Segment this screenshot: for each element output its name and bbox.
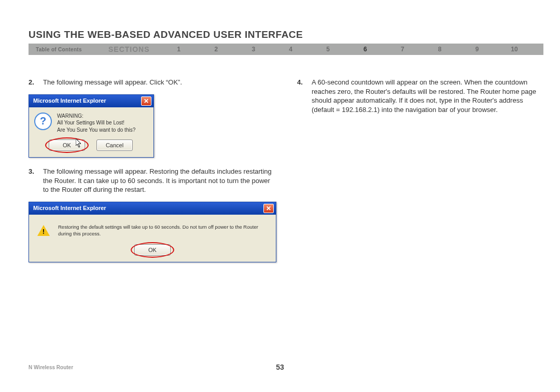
- warning-line-3: Are You Sure You want to do this?: [57, 127, 135, 134]
- step-text: The following message will appear. Resto…: [43, 167, 276, 194]
- dialog-titlebar: Microsoft Internet Explorer ✕: [29, 202, 276, 215]
- step-3: 3. The following message will appear. Re…: [29, 167, 276, 194]
- section-number-group: 1 2 3 4 5 6 7 8 9 10: [160, 46, 543, 53]
- dialog-title-text: Microsoft Internet Explorer: [33, 97, 106, 105]
- dialog-title-text: Microsoft Internet Explorer: [33, 204, 106, 212]
- cancel-button[interactable]: Cancel: [96, 139, 133, 151]
- ok-button[interactable]: OK: [49, 139, 85, 151]
- sections-label: SECTIONS: [108, 45, 160, 53]
- section-link-9[interactable]: 9: [469, 46, 485, 53]
- dialog-body: Restoring the default settings will take…: [29, 215, 276, 262]
- dialog-warning: Microsoft Internet Explorer ✕ WARNING: A…: [29, 94, 154, 158]
- right-column: 4. A 60-second countdown will appear on …: [297, 78, 543, 262]
- close-icon[interactable]: ✕: [141, 96, 151, 106]
- page-title: USING THE WEB-BASED ADVANCED USER INTERF…: [29, 29, 303, 40]
- step-number: 2.: [29, 78, 43, 87]
- question-icon: [34, 113, 52, 130]
- section-link-3[interactable]: 3: [246, 46, 261, 53]
- section-link-6[interactable]: 6: [357, 46, 373, 53]
- section-link-2[interactable]: 2: [208, 46, 224, 53]
- step-4: 4. A 60-second countdown will appear on …: [297, 78, 543, 114]
- section-link-8[interactable]: 8: [432, 46, 447, 53]
- section-link-1[interactable]: 1: [171, 46, 187, 53]
- section-link-10[interactable]: 10: [507, 46, 522, 53]
- section-link-7[interactable]: 7: [395, 46, 410, 53]
- section-link-5[interactable]: 5: [320, 46, 336, 53]
- dialog-message: Restoring the default settings will take…: [58, 224, 268, 237]
- step-text: The following message will appear. Click…: [43, 78, 276, 87]
- warning-icon: [37, 225, 50, 236]
- dialog-body: WARNING: All Your Settings Will be Lost!…: [29, 107, 153, 158]
- warning-line-2: All Your Settings Will be Lost!: [57, 119, 135, 127]
- page-number: 53: [0, 363, 560, 371]
- section-link-4[interactable]: 4: [283, 46, 299, 53]
- step-number: 4.: [297, 78, 312, 114]
- section-nav: Table of Contents SECTIONS 1 2 3 4 5 6 7…: [29, 44, 543, 55]
- warning-line-1: WARNING:: [57, 113, 135, 120]
- toc-link[interactable]: Table of Contents: [29, 47, 108, 52]
- step-text: A 60-second countdown will appear on the…: [312, 78, 543, 114]
- step-2: 2. The following message will appear. Cl…: [29, 78, 276, 87]
- step-number: 3.: [29, 167, 43, 194]
- close-icon[interactable]: ✕: [263, 204, 274, 213]
- left-column: 2. The following message will appear. Cl…: [29, 78, 276, 262]
- ok-button[interactable]: OK: [134, 244, 171, 256]
- dialog-restoring: Microsoft Internet Explorer ✕ Restoring …: [29, 202, 276, 263]
- dialog-message: WARNING: All Your Settings Will be Lost!…: [57, 113, 135, 134]
- dialog-titlebar: Microsoft Internet Explorer ✕: [29, 95, 153, 107]
